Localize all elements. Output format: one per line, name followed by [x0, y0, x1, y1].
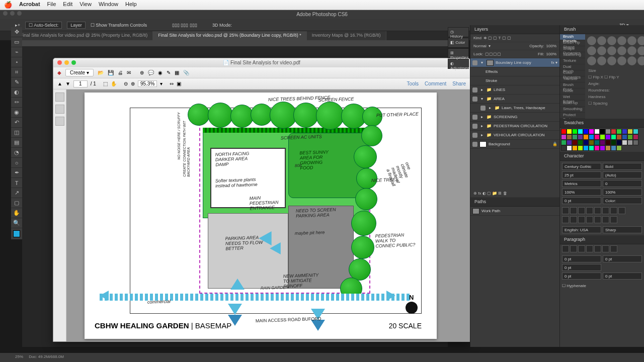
crop-tool[interactable]: ⌗	[11, 67, 22, 77]
path-tool[interactable]: ↗	[11, 188, 22, 198]
brush-transfer[interactable]: Transfer	[560, 76, 585, 82]
adjustments-panel-tab[interactable]: ◐ Adjustments	[448, 59, 469, 69]
paragraph-tab[interactable]: Paragraph	[560, 235, 644, 244]
zoom-field[interactable]: 95.3%	[138, 80, 157, 87]
language-field[interactable]: English: USA	[562, 226, 601, 233]
swatches-tab[interactable]: Swatches	[560, 119, 644, 128]
brush-smoothing[interactable]: Smoothing	[560, 107, 585, 113]
space-after-field[interactable]: 0 pt	[603, 273, 642, 280]
doc-tab-1[interactable]: Final Site Analysis for video.psd @ 25% …	[153, 31, 307, 40]
first-line-field[interactable]: 0 pt	[562, 264, 601, 271]
page-input[interactable]	[73, 80, 88, 87]
hand-tool[interactable]: ✋	[11, 208, 22, 218]
auto-select-target[interactable]: Layer	[67, 22, 86, 29]
space-before-field[interactable]: 0 pt	[562, 273, 601, 280]
doc-tab-2[interactable]: Inventory Maps @ 16.7% (RGB/8)	[307, 31, 386, 40]
paragraph-align-buttons[interactable]	[560, 244, 644, 253]
layers-tab[interactable]: Layers	[470, 25, 559, 34]
character-tab[interactable]: Character	[560, 152, 644, 161]
text-color-field[interactable]: Color:	[603, 197, 642, 204]
tools-link[interactable]: Tools	[407, 81, 419, 86]
create-button[interactable]: Create ▾	[65, 69, 94, 76]
show-transform-checkbox[interactable]: ☐ Show Transform Controls	[91, 23, 147, 28]
form-icon[interactable]: ▦	[175, 70, 179, 75]
align-buttons[interactable]: ▯▯▯ ▯▯▯ ▯▯▯	[172, 23, 197, 28]
brush-presets[interactable]: Brush Presets	[560, 34, 585, 40]
brush-shape-dynamics[interactable]: Shape Dynamics	[560, 46, 585, 52]
layers-lock-row[interactable]: Lock: ▢▢▢▢ Fill: 100%	[470, 50, 559, 58]
layer-lines[interactable]: ▸📁LINES	[470, 85, 559, 95]
save-icon[interactable]: 💾	[108, 70, 114, 75]
eraser-tool[interactable]: ◫	[11, 128, 22, 138]
brush-tip-shape[interactable]: Brush Tip Shape	[560, 40, 585, 46]
stamp-icon[interactable]: ◉	[158, 70, 163, 75]
acrobat-page-area[interactable]: NICE TREES BEHIND FENCE SCREEN FENCE PUT…	[66, 89, 470, 341]
character-style-buttons[interactable]	[560, 206, 644, 215]
attach-icon[interactable]: 📎	[183, 70, 189, 75]
mail-icon[interactable]: ✉	[127, 70, 131, 75]
page-up-icon[interactable]: ▲	[57, 81, 62, 86]
brush-spacing-label[interactable]: ☐ Spacing	[585, 100, 644, 107]
swatches-grid[interactable]	[560, 128, 644, 152]
properties-panel-tab[interactable]: ⊞ Properties	[448, 48, 469, 58]
brush-buildup[interactable]: Build-up	[560, 101, 585, 107]
app-menu[interactable]: Acrobat	[19, 1, 40, 9]
layer-stroke[interactable]: Stroke	[470, 76, 559, 85]
zoom-in-icon[interactable]: ⊕	[131, 81, 135, 86]
layer-pedestrian[interactable]: ▸📁PEDESTRIAN CIRCULATION	[470, 122, 559, 131]
select-tool-icon[interactable]: ⬚	[103, 81, 108, 86]
type-tool[interactable]: T	[11, 178, 22, 188]
work-path[interactable]: Work Path	[470, 207, 559, 216]
indent-left-field[interactable]: 0 pt	[562, 255, 601, 262]
indent-right-field[interactable]: 0 pt	[603, 255, 642, 262]
brush-texture[interactable]: Texture	[560, 58, 585, 64]
baseline-field[interactable]: 0 pt	[562, 197, 601, 204]
export-icon[interactable]: ⊕	[140, 70, 144, 75]
layers-footer[interactable]: ⊕ fx ◐ ▢ 📁 ⊞ 🗑	[470, 190, 559, 198]
comment-link[interactable]: Comment	[425, 81, 446, 86]
gradient-tool[interactable]: ▤	[11, 138, 22, 148]
brush-flip-row[interactable]: ☐ Flip X ☐ Flip Y	[585, 74, 644, 80]
layer-boundary-line[interactable]: ▾Boundary Line copyfx ▾	[470, 58, 559, 67]
attachments-icon[interactable]	[55, 117, 64, 126]
brush-wet-edges[interactable]: Wet Edges	[560, 95, 585, 101]
vscale-field[interactable]: 100%	[562, 189, 601, 196]
brush-noise[interactable]: Noise	[560, 88, 585, 95]
paths-tab[interactable]: Paths	[470, 198, 559, 207]
brush-tool[interactable]: ✏	[11, 98, 22, 108]
layer-effects[interactable]: Effects	[470, 67, 559, 76]
page-down-icon[interactable]: ▼	[65, 81, 70, 86]
move-tool[interactable]: ✥	[11, 27, 22, 37]
doc-tab-0[interactable]: Final Site Analysis for video.psd @ 25% …	[15, 31, 153, 40]
doc-size-status[interactable]: Doc: 49.2M/688.0M	[29, 354, 64, 359]
brush-thumbnail-grid[interactable]	[585, 34, 644, 67]
zoom-tool[interactable]: 🔍	[11, 218, 22, 228]
stamp-tool[interactable]: ◉	[11, 108, 22, 118]
history-panel-tab[interactable]: ◷ History	[448, 27, 469, 37]
acrobat-titlebar[interactable]: 📄 Final Site Analysis for video.pdf	[53, 58, 470, 67]
foreground-color[interactable]	[13, 230, 20, 237]
window-traffic-lights[interactable]	[3, 11, 22, 16]
menu-help[interactable]: Help	[125, 1, 137, 9]
hyphenate-checkbox[interactable]: ☐ Hyphenate	[560, 282, 644, 290]
tracking-field[interactable]: 0	[603, 180, 642, 187]
wand-tool[interactable]: ⋆	[11, 57, 22, 67]
kerning-field[interactable]: Metrics	[562, 180, 601, 187]
font-size-field[interactable]: 25 pt	[562, 171, 601, 178]
fit-width-icon[interactable]: ⇔	[170, 81, 174, 86]
comment-icon[interactable]: 💬	[148, 70, 154, 75]
shape-tool[interactable]: ▢	[11, 198, 22, 208]
dodge-tool[interactable]: ○	[11, 158, 22, 168]
fit-page-icon[interactable]: ▣	[177, 81, 181, 86]
print-icon[interactable]: 🖨	[118, 70, 123, 75]
menu-window[interactable]: Window	[99, 1, 118, 9]
apple-menu[interactable]: 🍎	[4, 1, 12, 9]
zoom-status[interactable]: 25%	[15, 354, 23, 359]
brush-protect[interactable]: Protect Texture	[560, 113, 585, 119]
share-link[interactable]: Share	[452, 81, 466, 86]
layers-blend-row[interactable]: Normal ▾ Opacity: 100%	[470, 42, 559, 50]
layer-lawn-trees[interactable]: ▸📁Lawn, Trees, Hardscape	[470, 104, 559, 113]
marquee-tool[interactable]: ▭	[11, 37, 22, 47]
layer-background[interactable]: Background🔒	[470, 140, 559, 149]
lasso-tool[interactable]: ⌁	[11, 47, 22, 57]
